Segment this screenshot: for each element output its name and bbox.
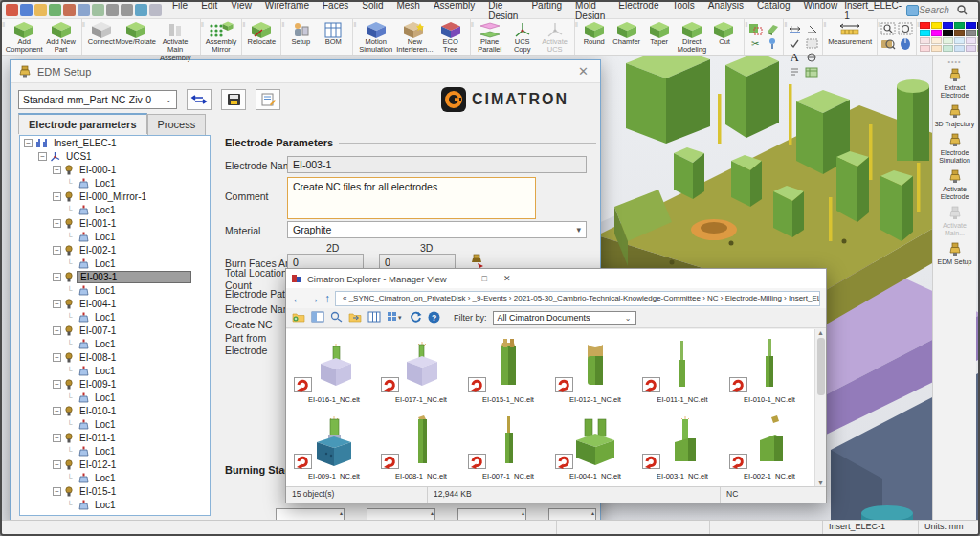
save-process-button[interactable] <box>221 89 246 110</box>
tree-expander-icon[interactable]: − <box>53 326 61 335</box>
taper-button[interactable]: Taper <box>643 20 676 47</box>
tree-loc[interactable]: └Loc1 <box>20 230 210 243</box>
tree-expander-icon[interactable]: − <box>24 139 33 147</box>
color-swatch[interactable] <box>966 30 976 36</box>
tree-loc[interactable]: └Loc1 <box>20 283 210 297</box>
tree-electrode-ei-007-1[interactable]: −EI-007-1 <box>20 324 210 337</box>
check-icon[interactable] <box>787 36 802 50</box>
process-template-select[interactable]: Standard-mm_Part-NC-Ziv-0⌄ <box>18 90 177 109</box>
assembly-mirror-button[interactable]: Assembly Mirror <box>204 20 239 56</box>
color-swatch[interactable] <box>931 22 942 29</box>
tree-expander-icon[interactable]: − <box>53 300 61 308</box>
minimize-button[interactable]: – <box>975 5 980 15</box>
tree-ucs[interactable]: −UCS1 <box>20 149 210 163</box>
pin-icon[interactable] <box>765 36 780 50</box>
capture-icon[interactable] <box>78 4 90 16</box>
undo-icon[interactable] <box>106 4 119 16</box>
tree-expander-icon[interactable]: − <box>53 166 61 174</box>
chamfer-button[interactable]: Chamfer <box>611 20 643 47</box>
scroll-up-icon[interactable]: ▲ <box>817 329 824 336</box>
tree-loc[interactable]: └Loc1 <box>20 203 210 216</box>
file-ei-009-1-nc-elt[interactable]: EI-009-1_NC.elt <box>292 412 376 486</box>
file-ei-011-1-nc-elt[interactable]: EI-011-1_NC.elt <box>640 335 724 412</box>
material-select[interactable]: Graphite▾ <box>287 221 587 238</box>
tree-loc[interactable]: └Loc1 <box>20 176 210 190</box>
back-icon[interactable]: ← <box>292 292 303 305</box>
dimension-icon[interactable] <box>787 22 802 35</box>
edm-dialog-titlebar[interactable]: EDM Setup ✕ <box>11 60 600 83</box>
frame-icon[interactable] <box>804 36 819 50</box>
tree-expander-icon[interactable]: − <box>53 460 61 469</box>
color-swatch[interactable] <box>920 45 930 52</box>
tree-loc[interactable]: └Loc1 <box>20 364 210 377</box>
color-swatch[interactable] <box>920 37 930 44</box>
tree-expander-icon[interactable]: − <box>53 407 61 415</box>
eco-tree-button[interactable]: ECO Tree <box>434 20 467 56</box>
explorer-close-icon[interactable]: ✕ <box>498 274 517 283</box>
text-icon[interactable]: A <box>787 51 802 64</box>
views-icon[interactable] <box>92 4 104 16</box>
datum-icon[interactable] <box>804 51 819 64</box>
tree-loc[interactable]: └Loc1 <box>20 417 210 431</box>
tree-electrode-ei-010-1[interactable]: −EI-010-1 <box>20 404 210 417</box>
file-ei-002-1-nc-elt[interactable]: EI-002-1_NC.elt <box>727 412 812 486</box>
explorer-maximize-icon[interactable]: □ <box>477 274 493 283</box>
file-ei-003-1-nc-elt[interactable]: EI-003-1_NC.elt <box>640 412 724 486</box>
trim-icon[interactable] <box>747 22 763 35</box>
sync-icon[interactable] <box>135 4 147 16</box>
file-ei-015-1-nc-elt[interactable]: EI-015-1_NC.elt <box>466 335 550 412</box>
tab-electrode-parameters[interactable]: Electrode parameters <box>18 113 147 134</box>
scroll-down-icon[interactable]: ▼ <box>817 480 824 486</box>
color-swatch[interactable] <box>954 37 965 44</box>
tree-electrode-ei-011-1[interactable]: −EI-011-1 <box>20 431 210 444</box>
sidebar-item-extract-electrode[interactable]: Extract Electrode <box>933 65 976 101</box>
view-grid-icon[interactable]: ▾ <box>387 311 404 324</box>
tree-electrode-ei-009-1[interactable]: −EI-009-1 <box>20 377 210 391</box>
tree-expander-icon[interactable]: − <box>53 487 61 496</box>
tree-loc[interactable]: └Loc1 <box>20 444 210 458</box>
refresh-icon[interactable] <box>410 311 422 325</box>
search-icon[interactable] <box>957 5 968 15</box>
tree-expander-icon[interactable]: − <box>53 219 61 228</box>
file-ei-004-1-nc-elt[interactable]: EI-004-1_NC.elt <box>553 412 637 486</box>
plane-parallel-button[interactable]: Plane Parallel <box>474 20 506 56</box>
zoom-window-icon[interactable] <box>880 22 896 35</box>
round-button[interactable]: Round <box>578 20 611 47</box>
tree-electrode-ei-001-1[interactable]: −EI-001-1 <box>20 216 210 230</box>
compare-button[interactable] <box>187 89 212 110</box>
tree-root[interactable]: −Insert_ELEC-1 <box>20 136 210 149</box>
file-ei-017-1-nc-elt[interactable]: EI-017-1_NC.elt <box>379 335 463 412</box>
electrode-tree[interactable]: −Insert_ELEC-1−UCS1−EI-000-1└Loc1−EI-000… <box>19 135 211 516</box>
activate-main-assembly-button[interactable]: Activate Main Assembly <box>154 20 197 63</box>
new-folder-icon[interactable] <box>292 311 305 324</box>
file-ei-008-1-nc-elt[interactable]: EI-008-1_NC.elt <box>379 412 463 486</box>
relocate-button[interactable]: Relocate <box>245 20 278 47</box>
tree-electrode-ei-002-1[interactable]: −EI-002-1 <box>20 243 210 257</box>
breadcrumb[interactable]: « _SYNC_Cimatron_on_PrivateDisk › _9-Eve… <box>335 291 820 306</box>
file-ei-010-1-nc-elt[interactable]: EI-010-1_NC.elt <box>727 335 812 412</box>
color-swatch[interactable] <box>943 45 953 52</box>
tree-loc[interactable]: └Loc1 <box>20 257 210 270</box>
color-swatch[interactable] <box>943 37 953 44</box>
sheet-icon[interactable] <box>765 22 780 35</box>
pick-faces-icon[interactable] <box>470 254 485 269</box>
color-swatch[interactable] <box>954 22 965 29</box>
color-swatch[interactable] <box>966 22 976 29</box>
goto-folder-icon[interactable] <box>348 311 362 324</box>
file-ei-007-1-nc-elt[interactable]: EI-007-1_NC.elt <box>466 412 550 486</box>
zoom-camera-icon[interactable] <box>880 36 896 50</box>
help-icon[interactable]: ? <box>428 311 440 325</box>
edm-close-icon[interactable]: ✕ <box>574 64 592 78</box>
explorer-minimize-icon[interactable]: — <box>452 274 472 283</box>
edit-report-button[interactable] <box>256 89 280 110</box>
tree-electrode-ei-000-mirror-1[interactable]: −EI-000_Mirror-1 <box>20 190 210 203</box>
tree-loc[interactable]: └Loc1 <box>20 337 210 350</box>
file-ei-012-1-nc-elt[interactable]: EI-012-1_NC.elt <box>553 335 637 412</box>
color-swatch[interactable] <box>954 45 965 52</box>
file-ei-016-1-nc-elt[interactable]: EI-016-1_NC.elt <box>292 335 376 412</box>
angle-icon[interactable] <box>804 22 819 35</box>
electrode-name-field[interactable]: EI-003-1 <box>287 156 587 173</box>
tree-expander-icon[interactable]: − <box>53 246 61 255</box>
explorer-titlebar[interactable]: Cimatron Explorer - Manager View — □ ✕ <box>286 269 826 288</box>
sidebar-item-activate-electrode[interactable]: Activate Electrode <box>933 167 976 203</box>
